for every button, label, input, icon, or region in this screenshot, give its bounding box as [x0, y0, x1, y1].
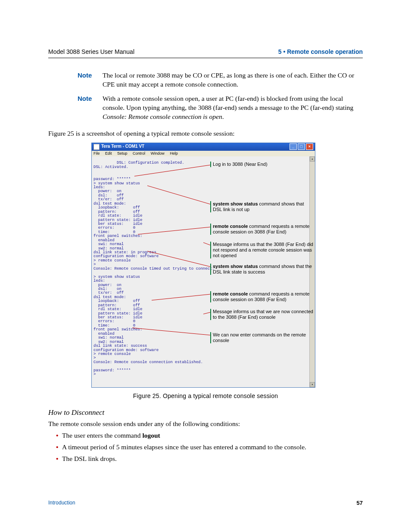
scroll-up-button[interactable]: ▴	[310, 156, 315, 162]
figure-25: Tera Term - COM1 VT _ □ × File Edit Setu…	[91, 143, 315, 388]
minimize-button[interactable]: _	[290, 143, 297, 150]
page-number: 57	[357, 500, 363, 506]
list-item: The user enters the command logout	[56, 431, 363, 440]
callout-login: Log in to 3088 (Near End)	[210, 162, 268, 167]
chapter-title: 5 • Remote console operation	[278, 48, 363, 55]
menu-control[interactable]: Control	[133, 151, 145, 156]
menu-file[interactable]: File	[93, 151, 100, 156]
menu-setup[interactable]: Setup	[117, 151, 128, 156]
scroll-down-button[interactable]: ▾	[310, 382, 315, 387]
note-2: Note With a remote console session open,…	[78, 94, 363, 121]
note-2-italic: Console: Remote console connection is op…	[103, 113, 222, 120]
app-icon	[93, 144, 100, 150]
window-title: Tera Term - COM1 VT	[101, 144, 144, 149]
menu-edit[interactable]: Edit	[105, 151, 112, 156]
list-item: A timeout period of 5 minutes elapses si…	[56, 443, 363, 452]
callout-remote-request-1: remote console command requests a remote…	[210, 224, 314, 235]
callout-remote-request-2: remote console command requests a remote…	[210, 291, 314, 302]
terminal-text: DSL: Configuration completed. DSL: Activ…	[93, 161, 215, 376]
note-2-text: With a remote console session open, a us…	[103, 94, 363, 121]
maximize-button[interactable]: □	[298, 143, 305, 150]
figure-caption: Figure 25. Opening a typical remote cons…	[48, 392, 363, 400]
close-button[interactable]: ×	[306, 143, 313, 150]
menu-window[interactable]: Window	[151, 151, 165, 156]
how-to-lead: The remote console session ends under an…	[48, 420, 363, 429]
note-label: Note	[78, 94, 100, 103]
how-to-disconnect-heading: How to Disconnect	[48, 408, 363, 418]
menu-bar: File Edit Setup Control Window Help	[92, 151, 315, 156]
manual-title: Model 3088 Series User Manual	[48, 48, 134, 55]
window-titlebar: Tera Term - COM1 VT _ □ ×	[92, 143, 315, 151]
note-1-text: The local or remote 3088 may be CO or CP…	[103, 71, 363, 89]
header-rule	[48, 58, 363, 58]
note-1: Note The local or remote 3088 may be CO …	[78, 71, 363, 89]
list-item: The DSL link drops.	[56, 454, 363, 464]
callout-connected: Message informs us that we are now conne…	[210, 309, 314, 320]
menu-help[interactable]: Help	[170, 151, 178, 156]
callout-status-down: system show status command shows that DS…	[210, 201, 314, 212]
callout-status-success: system show status command shows that th…	[210, 264, 314, 275]
note-2-part-a: With a remote console session open, a us…	[103, 95, 353, 111]
note-2-part-c: .	[222, 113, 224, 120]
footer-section: Introduction	[48, 500, 75, 506]
callout-timeout: Message informs us that the 3088 (Far En…	[210, 242, 314, 259]
callout-enter-commands: We can now enter commands on the remote …	[210, 332, 314, 343]
figure-intro: Figure 25 is a screenshot of opening a t…	[48, 129, 363, 138]
note-label: Note	[78, 71, 100, 80]
